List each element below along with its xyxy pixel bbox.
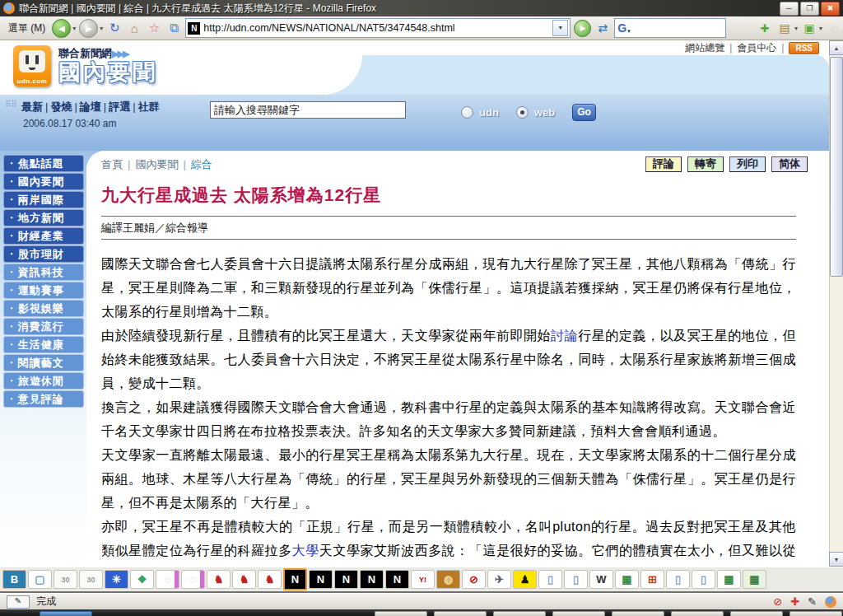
inline-link[interactable]: 大學 [292,544,319,558]
tab-udn-n-icon[interactable]: N [385,570,409,589]
history-icon[interactable]: ⧉ [165,21,182,35]
tab-b-icon[interactable]: B [2,570,26,589]
band-link[interactable]: 論壇 [80,100,101,113]
tab-no-entry-icon[interactable]: ⊘ [462,570,486,589]
google-search-box[interactable]: G ▾ [614,18,726,38]
sidebar-item[interactable]: ‧ 國內要聞 [3,173,84,190]
tab-page-icon[interactable]: ▯ [666,570,690,589]
send-page-icon[interactable]: ⇄ [594,21,611,35]
tab-udn-n-icon[interactable]: N [309,570,333,589]
tab-table-icon[interactable]: ▦ [743,570,766,589]
vertical-scrollbar[interactable]: ▲ ▼ [829,40,843,567]
tab-thirty-icon[interactable]: 30 [54,570,77,589]
radio-label-udn[interactable]: udn [479,106,499,119]
top-link[interactable]: 會員中心 [737,41,776,55]
tab-page-icon[interactable]: ▯ [692,570,715,589]
inline-link[interactable]: 討論 [551,329,578,343]
action-button[interactable]: 轉寄 [687,156,724,172]
tab-windows-icon[interactable]: ⊞ [640,570,664,589]
sidebar-item[interactable]: ‧ 影視娛樂 [3,300,84,317]
minimize-button[interactable]: ─ [780,2,799,16]
back-icon[interactable]: ◀ [52,19,71,38]
url-dropdown-icon[interactable]: ▾ [552,20,568,36]
search-engine-caret-icon[interactable]: ▾ [627,28,631,35]
action-button[interactable]: 評論 [645,156,682,172]
search-input[interactable] [210,101,406,119]
sidebar-item[interactable]: ‧ 焦點話題 [3,155,84,172]
home-icon[interactable]: ⌂ [126,21,142,35]
tab-window-icon[interactable]: ▢ [28,570,52,589]
band-link[interactable]: 最新 [21,100,43,113]
tab-star-badge-icon[interactable]: ✳ [105,570,128,589]
tab-green-figures-icon[interactable]: ❖ [130,570,154,589]
archive-caret-icon[interactable]: ▾ [819,25,822,32]
breadcrumb-link[interactable]: 首頁 [101,158,123,170]
tab-loading-icon[interactable]: ◌ [156,570,179,589]
forward-caret-icon[interactable]: ▾ [100,25,103,32]
tab-person-sign-icon[interactable]: ♟ [513,570,537,589]
url-bar[interactable]: N http://udn.com/NEWS/NATIONAL/NAT5/3474… [185,18,571,38]
tab-wolf-icon[interactable]: W [589,570,613,589]
forward-icon[interactable]: ▶ [79,19,98,38]
sidebar-item[interactable]: ‧ 消費流行 [3,318,84,335]
scrollbar-thumb[interactable] [830,57,843,277]
firefox-icon[interactable] [825,596,836,608]
sidebar-item[interactable]: ‧ 地方新聞 [3,209,84,226]
go-icon[interactable]: ▶ [574,20,591,37]
add-folder-icon[interactable]: ✚ [757,22,773,35]
reload-icon[interactable]: ↻ [106,21,123,35]
bookmark-star-icon[interactable]: ☆ [146,21,162,35]
site-logo[interactable]: udn.com 聯合新聞網▶▶▶ 國內要聞 [13,45,157,86]
radio-label-web[interactable]: web [534,106,555,119]
status-tool-icon[interactable]: ✎ [7,595,30,609]
tab-page-icon[interactable]: ▯ [538,570,562,589]
sidebar-item[interactable]: ‧ 運動賽事 [3,282,84,299]
tab-zeppelin-icon[interactable]: ✈ [487,570,511,589]
radio-udn[interactable] [461,106,473,119]
add-icon[interactable]: ✚ [790,596,799,608]
sidebar-item[interactable]: ‧ 財經產業 [3,227,84,245]
block-icon[interactable]: ⊘ [773,596,782,608]
sidebar-item[interactable]: ‧ 旅遊休閒 [3,372,84,390]
tab-udn-n-icon[interactable]: N [334,570,358,589]
band-link[interactable]: 發燒 [50,100,72,113]
tab-grid-icon[interactable]: ▦ [717,570,741,589]
breadcrumb-link[interactable]: 國內要聞 [135,158,178,170]
tab-loading-icon[interactable]: ◌ [181,570,205,589]
tab-dragon-icon[interactable]: ♞ [258,570,282,589]
action-button[interactable]: 列印 [729,156,766,172]
sidebar-item[interactable]: ‧ 閱讀藝文 [3,354,84,371]
sidebar-item[interactable]: ‧ 生活健康 [3,336,84,353]
band-link[interactable]: 評選 [109,100,130,113]
rss-button[interactable]: RSS [789,42,819,54]
bookmarks-panel-icon[interactable]: ▤ [776,21,793,35]
breadcrumb-link[interactable]: 綜合 [191,158,212,170]
scroll-down-icon[interactable]: ▼ [829,552,843,567]
tab-udn-n-icon[interactable]: N [283,568,307,590]
panel-caret-icon[interactable]: ▾ [794,25,798,32]
archive-icon[interactable]: ▣ [801,21,817,35]
tab-page-icon[interactable]: ▯ [564,570,588,589]
tab-yahoo-icon[interactable]: Y! [411,570,435,589]
tab-grid-icon[interactable]: ▦ [615,570,639,589]
sidebar-item[interactable]: ‧ 意見評論 [3,390,84,408]
sidebar-item[interactable]: ‧ 資訊科技 [3,264,84,281]
search-go-button[interactable]: Go [572,104,596,121]
maximize-button[interactable]: ❐ [800,2,819,16]
menu-button[interactable]: 選單 (M) [5,20,49,37]
udn-logo-icon[interactable]: udn.com [13,45,51,86]
radio-web[interactable] [516,106,529,119]
tab-udn-n-icon[interactable]: N [360,570,384,589]
sidebar-item[interactable]: ‧ 股市理財 [3,245,84,263]
url-text[interactable]: http://udn.com/NEWS/NATIONAL/NAT5/347454… [203,22,549,34]
action-button[interactable]: 简体 [771,156,808,172]
tab-dragon-icon[interactable]: ♞ [207,570,231,589]
scroll-up-icon[interactable]: ▲ [829,40,843,55]
tab-dragon-icon[interactable]: ♞ [232,570,256,589]
back-caret-icon[interactable]: ▾ [72,25,76,32]
sidebar-item[interactable]: ‧ 兩岸國際 [3,191,84,208]
note-icon[interactable]: ✎ [808,596,817,608]
tab-coin-icon[interactable]: ◍ [436,570,460,589]
top-link[interactable]: 網站總覽 [685,41,724,55]
tab-thirty-icon[interactable]: 30 [79,570,103,589]
